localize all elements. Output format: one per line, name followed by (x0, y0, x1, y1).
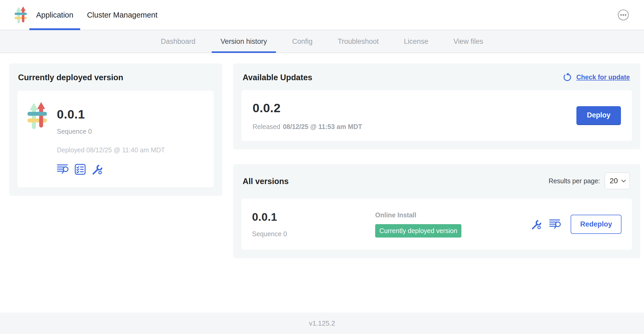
released-prefix: Released (253, 123, 280, 130)
deployed-timestamp: Deployed 08/12/25 @ 11:40 am MDT (57, 146, 165, 154)
row-version-number: 0.0.1 (252, 211, 375, 223)
more-menu-button[interactable] (617, 9, 629, 21)
chevron-down-icon (621, 180, 626, 182)
app-footer: v1.125.2 (0, 313, 644, 334)
subnav-tab-label: Troubleshoot (338, 37, 379, 46)
install-type-label: Online Install (375, 211, 531, 219)
top-tab-cluster-management[interactable]: Cluster Management (80, 0, 164, 30)
top-tab-label: Cluster Management (87, 11, 157, 19)
row-status-info: Online Install Currently deployed versio… (375, 211, 531, 238)
edit-config-icon[interactable] (91, 163, 103, 175)
currently-deployed-card: Currently deployed version 0.0 (9, 63, 222, 196)
top-tab-application[interactable]: Application (29, 0, 80, 30)
released-date: 08/12/25 @ 11:53 am MDT (283, 123, 362, 130)
check-for-update-label: Check for update (576, 73, 630, 81)
ellipsis-icon (617, 18, 629, 22)
subnav-tab-label: Dashboard (161, 37, 195, 46)
right-column: Available Updates Check for update (233, 63, 640, 258)
subnav-tab-version-history[interactable]: Version history (212, 30, 276, 53)
row-actions: Redeploy (531, 215, 621, 234)
deploy-button[interactable]: Deploy (576, 106, 621, 125)
deployed-version-actions (57, 163, 165, 175)
main-content: Currently deployed version 0.0 (0, 53, 644, 313)
app-subnav: Dashboard Version history Config Trouble… (0, 30, 644, 53)
row-version-info: 0.0.1 Sequence 0 (252, 211, 375, 238)
subnav-tab-label: License (404, 37, 428, 46)
admin-console: Application Cluster Management Dashboard… (0, 0, 644, 334)
console-version: v1.125.2 (309, 319, 335, 327)
currently-deployed-badge: Currently deployed version (375, 224, 461, 238)
currently-deployed-title: Currently deployed version (18, 73, 213, 82)
check-for-update-link[interactable]: Check for update (563, 72, 630, 82)
update-version-number: 0.0.2 (253, 101, 362, 115)
deployed-sequence: Sequence 0 (57, 128, 165, 135)
refresh-icon (563, 72, 572, 82)
subnav-tab-view-files[interactable]: View files (445, 30, 492, 53)
edit-config-icon[interactable] (531, 219, 542, 230)
top-tab-label: Application (36, 11, 73, 19)
deployed-version-number: 0.0.1 (57, 107, 165, 121)
results-per-page: Results per page: 20 (549, 173, 630, 189)
available-update-row: 0.0.2 Released08/12/25 @ 11:53 am MDT De… (242, 90, 632, 141)
row-sequence: Sequence 0 (252, 230, 375, 238)
view-logs-icon[interactable] (549, 219, 561, 230)
available-updates-title: Available Updates (243, 73, 312, 82)
update-info: 0.0.2 Released08/12/25 @ 11:53 am MDT (253, 101, 362, 131)
app-logo-icon (15, 6, 27, 24)
app-icon (28, 102, 47, 175)
subnav-tab-label: Version history (221, 37, 267, 46)
preflight-checks-icon[interactable] (75, 164, 86, 175)
all-versions-title: All versions (243, 177, 289, 186)
version-row: 0.0.1 Sequence 0 Online Install Currentl… (242, 199, 632, 250)
subnav-tab-config[interactable]: Config (283, 30, 321, 53)
available-updates-card: Available Updates Check for update (233, 63, 640, 149)
results-per-page-label: Results per page: (549, 177, 600, 185)
subnav-tab-troubleshoot[interactable]: Troubleshoot (329, 30, 388, 53)
view-logs-icon[interactable] (57, 164, 69, 175)
all-versions-card: All versions Results per page: 20 (233, 164, 640, 258)
subnav-tab-dashboard[interactable]: Dashboard (152, 30, 204, 53)
subnav-tab-label: Config (292, 37, 313, 46)
app-header: Application Cluster Management (0, 0, 644, 30)
results-per-page-value: 20 (610, 177, 618, 185)
top-nav: Application Cluster Management (29, 0, 164, 30)
redeploy-button[interactable]: Redeploy (571, 215, 621, 234)
subnav-tab-license[interactable]: License (395, 30, 437, 53)
subnav-tab-label: View files (454, 37, 483, 46)
update-released-timestamp: Released08/12/25 @ 11:53 am MDT (253, 123, 362, 131)
deployed-version-info: 0.0.1 Sequence 0 Deployed 08/12/25 @ 11:… (57, 102, 165, 175)
results-per-page-select[interactable]: 20 (605, 173, 630, 189)
deployed-version-panel: 0.0.1 Sequence 0 Deployed 08/12/25 @ 11:… (18, 91, 214, 187)
